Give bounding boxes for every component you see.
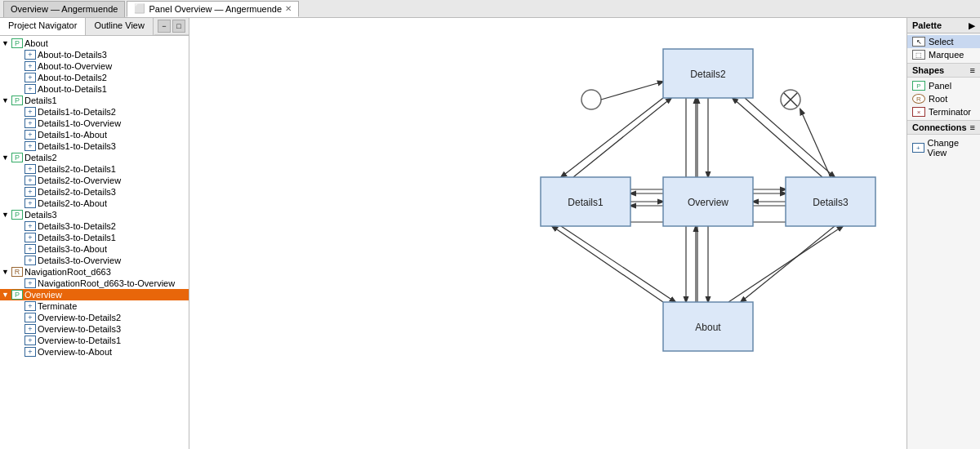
tree-label-details1-to-about: Details1-to-About	[38, 130, 107, 140]
palette-shape-root[interactable]: R Root	[907, 92, 980, 105]
tree-icon-details2-to-about: +	[24, 198, 36, 208]
tree-icon-details1-to-details3: +	[24, 141, 36, 151]
shapes-section-header: Shapes ≡	[907, 63, 980, 78]
tab-close-icon[interactable]: ✕	[285, 4, 292, 13]
tree-toggle-details3: ▼	[2, 211, 11, 219]
tree-icon-navroot-to-overview: +	[24, 278, 36, 288]
tree-label-about: About	[24, 38, 48, 48]
palette-shape-terminator[interactable]: × Terminator	[907, 105, 980, 118]
tree-icon-overview-to-details3: +	[24, 324, 36, 334]
tree-label-details1-to-overview: Details1-to-Overview	[38, 118, 121, 128]
diagram-canvas: Details2 Details1 Overview Details3 Abou…	[189, 18, 906, 449]
tree-icon-details1-to-details2: +	[24, 107, 36, 117]
tab-panel-overview[interactable]: ⬜ Panel Overview — Angermuende ✕	[127, 1, 299, 17]
tree-icon-overview: P	[11, 290, 23, 300]
left-panel-tabs: Project Navigator Outline View − □	[0, 18, 189, 36]
tree-icon-details1: P	[11, 96, 23, 105]
connections-collapse-icon[interactable]: ≡	[970, 122, 975, 132]
tree-item-details2-to-details3[interactable]: +Details2-to-Details3	[0, 186, 189, 198]
left-panel: Project Navigator Outline View − □ ▼PAbo…	[0, 18, 189, 449]
tree-item-overview-to-about[interactable]: +Overview-to-About	[0, 346, 189, 358]
tree-label-about-to-details3: About-to-Details3	[38, 50, 107, 60]
terminator-shape-icon: ×	[912, 107, 925, 117]
tree-item-details1-to-details3[interactable]: +Details1-to-Details3	[0, 140, 189, 152]
palette-tool-select[interactable]: ↖ Select	[907, 35, 980, 48]
tree-icon-overview-to-details2: +	[24, 313, 36, 322]
tree-container[interactable]: ▼PAbout+About-to-Details3+About-to-Overv…	[0, 36, 189, 449]
palette-connection-change-view[interactable]: + Change View	[907, 136, 980, 159]
root-shape-icon: R	[912, 94, 925, 104]
editor-tab-bar: Overview — Angermuende ⬜ Panel Overview …	[0, 0, 980, 18]
tree-item-details1-to-details2[interactable]: +Details1-to-Details2	[0, 106, 189, 118]
palette-expand-icon[interactable]: ▶	[969, 21, 975, 30]
minimize-button[interactable]: −	[158, 20, 171, 33]
tree-item-overview-to-details3[interactable]: +Overview-to-Details3	[0, 323, 189, 335]
tree-item-details3-to-about[interactable]: +Details3-to-About	[0, 243, 189, 255]
tree-item-details1[interactable]: ▼PDetails1	[0, 95, 189, 106]
tree-label-details3-to-details1: Details3-to-Details1	[38, 233, 116, 242]
root-shape-label: Root	[929, 94, 947, 104]
tree-item-about-to-details3[interactable]: +About-to-Details3	[0, 49, 189, 60]
tree-item-navroot-to-overview[interactable]: +NavigationRoot_d663-to-Overview	[0, 278, 189, 289]
palette-tool-marquee[interactable]: ⬚ Marquee	[907, 48, 980, 61]
tree-icon-about-to-details1: +	[24, 84, 36, 94]
tree-label-details2: Details2	[24, 153, 57, 162]
tree-label-navroot: NavigationRoot_d663	[24, 267, 111, 277]
svg-line-10	[733, 98, 822, 177]
tree-toggle-details1: ▼	[2, 96, 11, 104]
svg-line-15	[728, 226, 843, 302]
tree-item-details3-to-overview[interactable]: +Details3-to-Overview	[0, 255, 189, 266]
tree-item-details2[interactable]: ▼PDetails2	[0, 152, 189, 163]
tree-toggle-about: ▼	[2, 39, 11, 47]
tree-item-details2-to-details1[interactable]: +Details2-to-Details1	[0, 163, 189, 175]
tree-label-details2-to-about: Details2-to-About	[38, 198, 107, 208]
tree-icon-details3: P	[11, 210, 23, 220]
shapes-section: P Panel R Root × Terminator	[907, 78, 980, 120]
tab-overview[interactable]: Overview — Angermuende	[3, 1, 125, 17]
tree-item-about-to-details1[interactable]: +About-to-Details1	[0, 83, 189, 95]
tree-icon-details3-to-details1: +	[24, 233, 36, 242]
tree-item-details2-to-overview[interactable]: +Details2-to-Overview	[0, 175, 189, 186]
tab-project-navigator[interactable]: Project Navigator	[0, 18, 86, 35]
tree-item-about-to-overview[interactable]: +About-to-Overview	[0, 60, 189, 72]
tree-item-overview-to-details1[interactable]: +Overview-to-Details1	[0, 335, 189, 346]
tree-item-overview[interactable]: ▼POverview	[0, 289, 189, 300]
svg-text:Details3: Details3	[813, 197, 849, 208]
connections-section: + Change View	[907, 135, 980, 161]
tree-item-about-to-details2[interactable]: +About-to-Details2	[0, 72, 189, 83]
tab-panel-overview-label: Panel Overview — Angermuende	[149, 4, 282, 14]
tab-outline-view[interactable]: Outline View	[86, 18, 154, 35]
tree-item-details1-to-overview[interactable]: +Details1-to-Overview	[0, 118, 189, 129]
tree-item-about[interactable]: ▼PAbout	[0, 38, 189, 49]
tree-toggle-overview: ▼	[2, 291, 11, 299]
tree-item-details3-to-details2[interactable]: +Details3-to-Details2	[0, 220, 189, 232]
tree-item-details3[interactable]: ▼PDetails3	[0, 209, 189, 220]
tree-icon-about-to-details3: +	[24, 50, 36, 60]
connections-section-header: Connections ≡	[907, 120, 980, 135]
tree-icon-details1-to-overview: +	[24, 118, 36, 128]
tree-icon-details2-to-overview: +	[24, 176, 36, 185]
tree-item-overview-to-details2[interactable]: +Overview-to-Details2	[0, 312, 189, 323]
tree-label-details3-to-overview: Details3-to-Overview	[38, 256, 121, 265]
palette-shape-panel[interactable]: P Panel	[907, 79, 980, 92]
tree-label-overview-to-details3: Overview-to-Details3	[38, 324, 121, 334]
tree-item-details1-to-about[interactable]: +Details1-to-About	[0, 129, 189, 140]
maximize-button[interactable]: □	[172, 20, 185, 33]
svg-text:Overview: Overview	[688, 197, 728, 208]
tree-item-details3-to-details1[interactable]: +Details3-to-Details1	[0, 232, 189, 243]
tree-icon-about: P	[11, 38, 23, 48]
main-layout: Project Navigator Outline View − □ ▼PAbo…	[0, 18, 980, 449]
tree-icon-details3-to-details2: +	[24, 221, 36, 231]
tree-toggle-navroot: ▼	[2, 268, 11, 276]
tree-icon-terminate: +	[24, 301, 36, 311]
tree-label-overview-to-details2: Overview-to-Details2	[38, 313, 121, 322]
shapes-collapse-icon[interactable]: ≡	[970, 65, 975, 75]
svg-text:Details2: Details2	[690, 69, 726, 80]
tree-label-overview-to-about: Overview-to-About	[38, 347, 112, 357]
canvas-area[interactable]: Details2 Details1 Overview Details3 Abou…	[189, 18, 906, 449]
tree-item-details2-to-about[interactable]: +Details2-to-About	[0, 198, 189, 209]
tree-item-navroot[interactable]: ▼RNavigationRoot_d663	[0, 266, 189, 278]
terminator-shape-label: Terminator	[929, 107, 971, 117]
panel-shape-icon: P	[912, 81, 925, 91]
tree-item-terminate[interactable]: +Terminate	[0, 300, 189, 312]
